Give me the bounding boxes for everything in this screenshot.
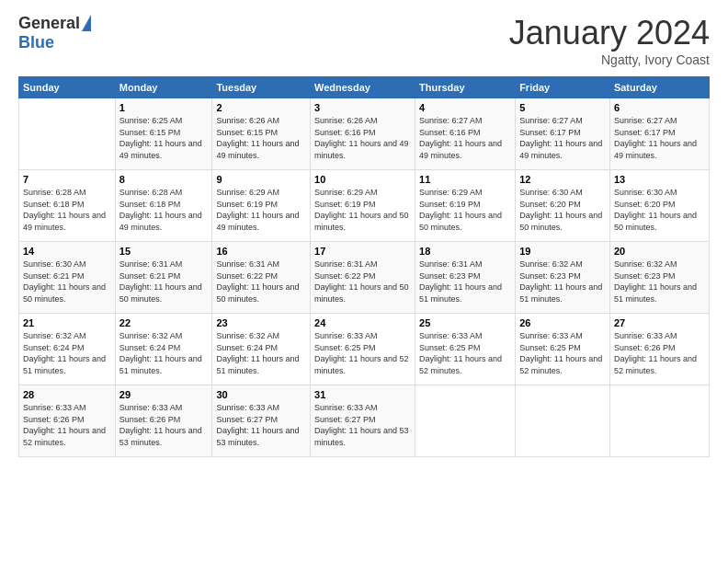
day-number: 31 bbox=[314, 389, 411, 400]
day-info: Sunrise: 6:32 AMSunset: 6:24 PMDaylight:… bbox=[23, 330, 111, 376]
day-info: Sunrise: 6:31 AMSunset: 6:21 PMDaylight:… bbox=[119, 259, 209, 304]
calendar-cell: 20Sunrise: 6:32 AMSunset: 6:23 PMDayligh… bbox=[609, 242, 709, 314]
day-number: 14 bbox=[23, 246, 111, 257]
calendar-cell bbox=[415, 385, 516, 457]
page-header: General Blue January 2024 Ngatty, Ivory … bbox=[18, 14, 710, 67]
calendar-cell: 24Sunrise: 6:33 AMSunset: 6:25 PMDayligh… bbox=[311, 314, 415, 385]
day-number: 20 bbox=[614, 246, 705, 257]
day-number: 28 bbox=[23, 389, 111, 400]
page-container: General Blue January 2024 Ngatty, Ivory … bbox=[0, 0, 728, 466]
day-number: 30 bbox=[216, 389, 306, 400]
day-info: Sunrise: 6:31 AMSunset: 6:23 PMDaylight:… bbox=[419, 259, 511, 304]
calendar-cell: 30Sunrise: 6:33 AMSunset: 6:27 PMDayligh… bbox=[212, 385, 311, 457]
calendar-table: SundayMondayTuesdayWednesdayThursdayFrid… bbox=[18, 76, 710, 457]
calendar-cell: 31Sunrise: 6:33 AMSunset: 6:27 PMDayligh… bbox=[311, 385, 415, 457]
day-number: 17 bbox=[314, 246, 411, 257]
calendar-cell: 2Sunrise: 6:26 AMSunset: 6:15 PMDaylight… bbox=[212, 98, 311, 170]
day-number: 24 bbox=[314, 317, 411, 328]
day-info: Sunrise: 6:29 AMSunset: 6:19 PMDaylight:… bbox=[314, 187, 411, 233]
day-number: 6 bbox=[614, 102, 705, 113]
day-info: Sunrise: 6:31 AMSunset: 6:22 PMDaylight:… bbox=[314, 259, 411, 304]
weekday-header-monday: Monday bbox=[115, 77, 212, 98]
day-info: Sunrise: 6:33 AMSunset: 6:25 PMDaylight:… bbox=[519, 330, 606, 376]
day-info: Sunrise: 6:32 AMSunset: 6:24 PMDaylight:… bbox=[216, 330, 306, 376]
calendar-week-row: 7Sunrise: 6:28 AMSunset: 6:18 PMDaylight… bbox=[19, 170, 710, 242]
day-info: Sunrise: 6:27 AMSunset: 6:17 PMDaylight:… bbox=[614, 115, 705, 161]
calendar-cell: 21Sunrise: 6:32 AMSunset: 6:24 PMDayligh… bbox=[19, 314, 116, 385]
calendar-cell: 10Sunrise: 6:29 AMSunset: 6:19 PMDayligh… bbox=[311, 170, 415, 242]
day-info: Sunrise: 6:27 AMSunset: 6:16 PMDaylight:… bbox=[419, 115, 511, 161]
day-info: Sunrise: 6:33 AMSunset: 6:27 PMDaylight:… bbox=[314, 402, 411, 448]
calendar-cell: 13Sunrise: 6:30 AMSunset: 6:20 PMDayligh… bbox=[609, 170, 709, 242]
day-info: Sunrise: 6:33 AMSunset: 6:25 PMDaylight:… bbox=[314, 330, 411, 376]
day-number: 21 bbox=[23, 317, 111, 328]
weekday-header-wednesday: Wednesday bbox=[311, 77, 415, 98]
calendar-cell: 18Sunrise: 6:31 AMSunset: 6:23 PMDayligh… bbox=[415, 242, 516, 314]
title-section: January 2024 Ngatty, Ivory Coast bbox=[509, 14, 710, 67]
day-info: Sunrise: 6:33 AMSunset: 6:26 PMDaylight:… bbox=[614, 330, 705, 376]
day-info: Sunrise: 6:27 AMSunset: 6:17 PMDaylight:… bbox=[519, 115, 606, 161]
weekday-header-tuesday: Tuesday bbox=[212, 77, 311, 98]
day-number: 7 bbox=[23, 174, 111, 185]
calendar-cell: 23Sunrise: 6:32 AMSunset: 6:24 PMDayligh… bbox=[212, 314, 311, 385]
day-number: 4 bbox=[419, 102, 511, 113]
calendar-cell bbox=[516, 385, 610, 457]
calendar-cell: 9Sunrise: 6:29 AMSunset: 6:19 PMDaylight… bbox=[212, 170, 311, 242]
calendar-cell: 1Sunrise: 6:25 AMSunset: 6:15 PMDaylight… bbox=[115, 98, 212, 170]
weekday-header-saturday: Saturday bbox=[609, 77, 709, 98]
day-number: 19 bbox=[519, 246, 606, 257]
day-number: 26 bbox=[519, 317, 606, 328]
day-info: Sunrise: 6:28 AMSunset: 6:18 PMDaylight:… bbox=[23, 187, 111, 233]
calendar-cell bbox=[609, 385, 709, 457]
calendar-week-row: 1Sunrise: 6:25 AMSunset: 6:15 PMDaylight… bbox=[19, 98, 710, 170]
calendar-cell: 6Sunrise: 6:27 AMSunset: 6:17 PMDaylight… bbox=[609, 98, 709, 170]
weekday-header-sunday: Sunday bbox=[19, 77, 116, 98]
calendar-header-row: SundayMondayTuesdayWednesdayThursdayFrid… bbox=[19, 77, 710, 98]
calendar-cell: 12Sunrise: 6:30 AMSunset: 6:20 PMDayligh… bbox=[516, 170, 610, 242]
day-number: 10 bbox=[314, 174, 411, 185]
location-subtitle: Ngatty, Ivory Coast bbox=[509, 52, 710, 67]
calendar-cell: 28Sunrise: 6:33 AMSunset: 6:26 PMDayligh… bbox=[19, 385, 116, 457]
day-info: Sunrise: 6:30 AMSunset: 6:20 PMDaylight:… bbox=[519, 187, 606, 233]
day-number: 3 bbox=[314, 102, 411, 113]
day-info: Sunrise: 6:33 AMSunset: 6:27 PMDaylight:… bbox=[216, 402, 306, 448]
weekday-header-thursday: Thursday bbox=[415, 77, 516, 98]
logo-general-text: General bbox=[18, 14, 80, 33]
calendar-week-row: 21Sunrise: 6:32 AMSunset: 6:24 PMDayligh… bbox=[19, 314, 710, 385]
calendar-cell: 19Sunrise: 6:32 AMSunset: 6:23 PMDayligh… bbox=[516, 242, 610, 314]
calendar-cell: 17Sunrise: 6:31 AMSunset: 6:22 PMDayligh… bbox=[311, 242, 415, 314]
day-number: 9 bbox=[216, 174, 306, 185]
calendar-cell: 14Sunrise: 6:30 AMSunset: 6:21 PMDayligh… bbox=[19, 242, 116, 314]
day-info: Sunrise: 6:30 AMSunset: 6:20 PMDaylight:… bbox=[614, 187, 705, 233]
weekday-header-friday: Friday bbox=[516, 77, 610, 98]
day-number: 27 bbox=[614, 317, 705, 328]
calendar-cell: 4Sunrise: 6:27 AMSunset: 6:16 PMDaylight… bbox=[415, 98, 516, 170]
calendar-cell: 8Sunrise: 6:28 AMSunset: 6:18 PMDaylight… bbox=[115, 170, 212, 242]
calendar-cell: 11Sunrise: 6:29 AMSunset: 6:19 PMDayligh… bbox=[415, 170, 516, 242]
calendar-cell: 25Sunrise: 6:33 AMSunset: 6:25 PMDayligh… bbox=[415, 314, 516, 385]
day-number: 18 bbox=[419, 246, 511, 257]
month-title: January 2024 bbox=[509, 14, 710, 52]
calendar-cell: 3Sunrise: 6:26 AMSunset: 6:16 PMDaylight… bbox=[311, 98, 415, 170]
day-info: Sunrise: 6:26 AMSunset: 6:16 PMDaylight:… bbox=[314, 115, 411, 161]
day-info: Sunrise: 6:30 AMSunset: 6:21 PMDaylight:… bbox=[23, 259, 111, 304]
day-info: Sunrise: 6:33 AMSunset: 6:26 PMDaylight:… bbox=[119, 402, 209, 448]
day-number: 2 bbox=[216, 102, 306, 113]
day-info: Sunrise: 6:32 AMSunset: 6:24 PMDaylight:… bbox=[119, 330, 209, 376]
calendar-cell: 26Sunrise: 6:33 AMSunset: 6:25 PMDayligh… bbox=[516, 314, 610, 385]
calendar-cell: 22Sunrise: 6:32 AMSunset: 6:24 PMDayligh… bbox=[115, 314, 212, 385]
calendar-cell: 15Sunrise: 6:31 AMSunset: 6:21 PMDayligh… bbox=[115, 242, 212, 314]
day-number: 5 bbox=[519, 102, 606, 113]
logo: General Blue bbox=[18, 14, 91, 52]
calendar-cell: 5Sunrise: 6:27 AMSunset: 6:17 PMDaylight… bbox=[516, 98, 610, 170]
day-number: 11 bbox=[419, 174, 511, 185]
day-info: Sunrise: 6:25 AMSunset: 6:15 PMDaylight:… bbox=[119, 115, 209, 161]
day-info: Sunrise: 6:29 AMSunset: 6:19 PMDaylight:… bbox=[216, 187, 306, 233]
calendar-cell: 29Sunrise: 6:33 AMSunset: 6:26 PMDayligh… bbox=[115, 385, 212, 457]
day-number: 12 bbox=[519, 174, 606, 185]
calendar-week-row: 28Sunrise: 6:33 AMSunset: 6:26 PMDayligh… bbox=[19, 385, 710, 457]
day-number: 29 bbox=[119, 389, 209, 400]
calendar-cell: 16Sunrise: 6:31 AMSunset: 6:22 PMDayligh… bbox=[212, 242, 311, 314]
day-number: 15 bbox=[119, 246, 209, 257]
day-info: Sunrise: 6:32 AMSunset: 6:23 PMDaylight:… bbox=[614, 259, 705, 304]
